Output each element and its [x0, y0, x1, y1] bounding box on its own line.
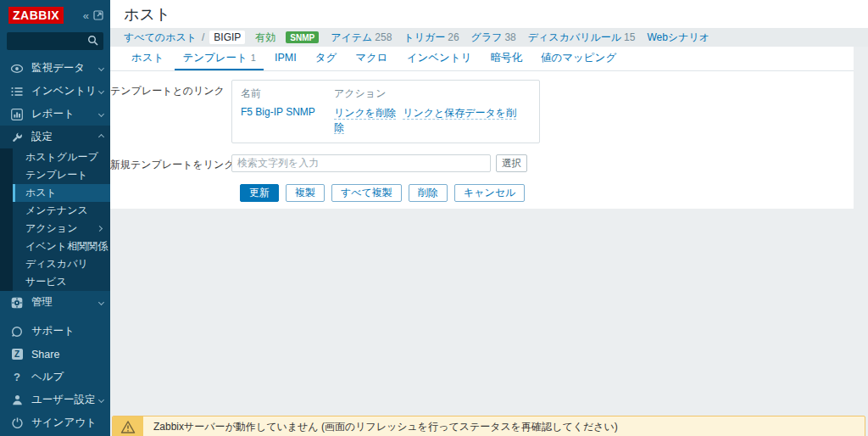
main-content: ホスト すべてのホスト / BIGIP 有効 SNMP アイテム258 トリガー…	[110, 0, 868, 436]
breadcrumb-separator: /	[202, 31, 204, 43]
sidebar-item-monitoring[interactable]: 監視データ	[0, 57, 110, 80]
sidebar-item-administration[interactable]: 管理	[0, 291, 110, 314]
breadcrumb-triggers-link[interactable]: トリガー26	[403, 31, 459, 45]
sidebar-item-reports[interactable]: レポート	[0, 103, 110, 126]
snmp-availability-badge: SNMP	[286, 31, 319, 43]
host-form-panel: ホスト テンプレート1 IPMI タグ マクロ インベントリ 暗号化 値のマッピ…	[110, 47, 854, 209]
gear-icon	[10, 297, 24, 309]
server-warning-banner: Zabbixサーバーが動作していません (画面のリフレッシュを行ってステータスを…	[112, 416, 865, 436]
power-icon	[10, 417, 24, 428]
chevron-down-icon	[98, 299, 104, 305]
tab-tags[interactable]: タグ	[308, 47, 345, 70]
template-name-link[interactable]: F5 Big-IP SNMP	[241, 106, 315, 118]
tab-host[interactable]: ホスト	[124, 47, 171, 70]
column-header-name: 名前	[241, 87, 334, 101]
zabbix-share-icon: Z	[10, 349, 24, 360]
support-icon	[10, 326, 24, 338]
breadcrumb-items-link[interactable]: アイテム258	[331, 31, 392, 45]
submenu-item-hosts[interactable]: ホスト	[13, 184, 110, 202]
list-icon	[10, 87, 24, 97]
eye-icon	[10, 64, 24, 74]
search-icon	[87, 34, 98, 49]
warning-triangle-icon	[113, 416, 143, 436]
kiosk-mode-icon[interactable]	[93, 10, 103, 20]
submenu-item-maintenance[interactable]: メンテナンス	[13, 202, 110, 220]
user-icon	[10, 394, 24, 405]
cancel-button[interactable]: キャンセル	[454, 184, 525, 202]
host-name-chip: BIGIP	[209, 31, 245, 44]
clone-button[interactable]: 複製	[286, 184, 325, 202]
breadcrumb-discovery-rules-link[interactable]: ディスカバリルール15	[528, 31, 636, 45]
configuration-submenu: ホストグループ テンプレート ホスト メンテナンス アクション イベント相関関係…	[0, 148, 110, 291]
link-new-templates-label: 新規テンプレートをリンク	[110, 154, 231, 172]
tab-value-mapping[interactable]: 値のマッピング	[533, 47, 624, 70]
select-button[interactable]: 選択	[496, 154, 527, 172]
submenu-item-discovery[interactable]: ディスカバリ	[13, 255, 110, 273]
tab-ipmi[interactable]: IPMI	[267, 47, 304, 70]
full-clone-button[interactable]: すべて複製	[331, 184, 402, 202]
breadcrumb-all-hosts-link[interactable]: すべてのホスト	[124, 31, 197, 45]
unlink-action[interactable]: リンクを削除	[334, 107, 396, 120]
chevron-up-icon	[98, 134, 104, 140]
update-button[interactable]: 更新	[240, 184, 279, 202]
search-input[interactable]	[12, 36, 87, 48]
sidebar-search[interactable]	[7, 32, 103, 50]
tab-templates[interactable]: テンプレート1	[175, 47, 264, 70]
chevron-down-icon	[98, 88, 104, 94]
breadcrumb-web-scenarios-link[interactable]: Webシナリオ	[647, 31, 712, 45]
chevron-down-icon	[98, 397, 104, 403]
submenu-item-event-correlation[interactable]: イベント相関関係	[13, 238, 110, 255]
sidebar: ZABBIX « 監視データ インベントリ	[0, 0, 110, 436]
sidebar-item-configuration[interactable]: 設定	[0, 126, 110, 148]
sidebar-item-support[interactable]: サポート	[0, 320, 110, 343]
sidebar-collapse-icon[interactable]: «	[83, 10, 89, 21]
linked-templates-label: テンプレートとのリンク	[110, 80, 231, 143]
question-mark-icon: ?	[10, 371, 24, 383]
bar-chart-icon	[10, 109, 24, 120]
zabbix-logo: ZABBIX	[8, 7, 64, 24]
form-action-buttons: 更新 複製 すべて複製 削除 キャンセル	[240, 184, 854, 202]
templates-form: テンプレートとのリンク 名前 アクション F5 Big-IP SNMP リンクを…	[110, 71, 854, 209]
host-status-enabled[interactable]: 有効	[255, 31, 275, 45]
column-header-action: アクション	[334, 87, 531, 101]
chevron-down-icon	[98, 111, 104, 117]
breadcrumb: すべてのホスト / BIGIP 有効 SNMP アイテム258 トリガー26 グ…	[110, 28, 868, 47]
tab-bar: ホスト テンプレート1 IPMI タグ マクロ インベントリ 暗号化 値のマッピ…	[110, 47, 854, 71]
chevron-down-icon	[98, 65, 104, 71]
tab-encryption[interactable]: 暗号化	[482, 47, 530, 70]
submenu-item-host-groups[interactable]: ホストグループ	[13, 148, 110, 166]
warning-message: Zabbixサーバーが動作していません (画面のリフレッシュを行ってステータスを…	[143, 416, 618, 436]
title-bar: ホスト	[110, 0, 868, 28]
sidebar-nav: 監視データ インベントリ レポート 設定 ホストグル	[0, 57, 110, 434]
submenu-item-actions[interactable]: アクション	[13, 220, 110, 238]
sidebar-item-user-settings[interactable]: ユーザー設定	[0, 388, 110, 411]
delete-button[interactable]: 削除	[409, 184, 448, 202]
table-row-actions: リンクを削除リンクと保存データを削除	[334, 106, 531, 135]
wrench-icon	[10, 131, 24, 143]
sidebar-footer: サポート Z Share ? ヘルプ ユーザー設定	[0, 320, 110, 434]
chevron-right-icon	[97, 226, 103, 232]
tab-inventory[interactable]: インベントリ	[399, 47, 480, 70]
template-search-input[interactable]	[231, 154, 491, 172]
tab-macros[interactable]: マクロ	[348, 47, 395, 70]
linked-templates-table: 名前 アクション F5 Big-IP SNMP リンクを削除リンクと保存データを…	[231, 80, 540, 143]
submenu-item-services[interactable]: サービス	[13, 273, 110, 291]
table-row: F5 Big-IP SNMP	[241, 106, 334, 135]
submenu-item-templates[interactable]: テンプレート	[13, 166, 110, 184]
page-title: ホスト	[124, 4, 170, 25]
sidebar-item-share[interactable]: Z Share	[0, 343, 110, 366]
sidebar-item-sign-out[interactable]: サインアウト	[0, 411, 110, 434]
sidebar-item-inventory[interactable]: インベントリ	[0, 80, 110, 103]
sidebar-header: ZABBIX «	[0, 0, 110, 27]
breadcrumb-graphs-link[interactable]: グラフ38	[471, 31, 516, 45]
sidebar-item-help[interactable]: ? ヘルプ	[0, 366, 110, 388]
